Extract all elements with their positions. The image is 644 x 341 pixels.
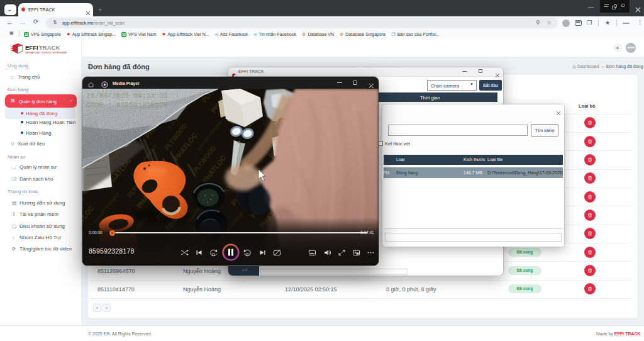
svg-text:30: 30 [246, 253, 250, 256]
svg-text:CODE : 859592328178: CODE : 859592328178 [86, 101, 168, 109]
svg-text:TRACK: TRACK [39, 44, 60, 51]
svg-text:26/09/2025 09:13:22: 26/09/2025 09:13:22 [86, 92, 168, 99]
svg-text:GIẢI PHÁP QUẢN LÝ ĐÓNG GÓI CHU: GIẢI PHÁP QUẢN LÝ ĐÓNG GÓI CHUYÊN NGHIỆP [25, 51, 67, 54]
svg-text:10: 10 [212, 253, 216, 256]
svg-text:EFFI: EFFI [25, 44, 38, 51]
